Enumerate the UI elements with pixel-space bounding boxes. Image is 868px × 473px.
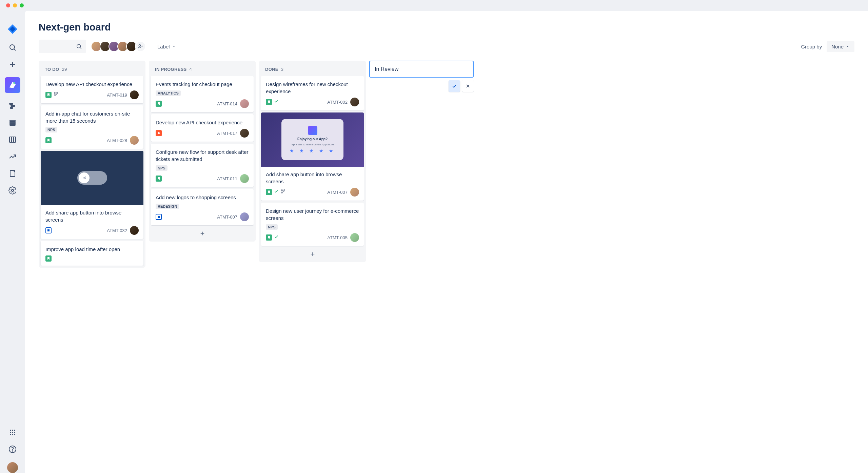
jira-logo-icon[interactable] xyxy=(7,24,18,35)
profile-avatar[interactable] xyxy=(7,462,18,473)
card-title: Add in-app chat for customers on-site mo… xyxy=(45,110,139,124)
create-icon[interactable] xyxy=(8,60,17,68)
column-count: 4 xyxy=(190,67,192,72)
label-dropdown-text: Label xyxy=(157,44,170,49)
story-issue-icon xyxy=(156,176,162,182)
board-column: IN PROGRESS4Events tracking for checkout… xyxy=(149,61,256,242)
svg-point-33 xyxy=(54,92,56,94)
assignee-avatar[interactable] xyxy=(240,99,249,108)
roadmap-icon[interactable] xyxy=(8,102,17,110)
card-title: Improve app load time after open xyxy=(45,246,139,253)
settings-icon[interactable] xyxy=(8,186,17,194)
plus-icon xyxy=(199,230,205,236)
issue-card[interactable]: Improve app load time after open xyxy=(41,241,143,266)
card-tag: REDESIGN xyxy=(156,204,179,209)
issue-card[interactable]: Develop new API checkout experienceATMT-… xyxy=(151,114,254,142)
assignee-avatar[interactable] xyxy=(240,212,249,221)
svg-line-29 xyxy=(80,47,81,49)
help-icon[interactable] xyxy=(8,445,17,453)
apps-icon[interactable] xyxy=(8,428,17,436)
card-tag: NPS xyxy=(266,224,278,230)
card-tag: ANALYTICS xyxy=(156,90,181,96)
card-tag: NPS xyxy=(156,165,167,171)
issue-key: ATMT-028 xyxy=(107,138,127,143)
assignee-avatar[interactable] xyxy=(350,233,359,242)
assignee-avatar[interactable] xyxy=(240,129,249,138)
confirm-button[interactable] xyxy=(449,80,460,92)
task-issue-icon xyxy=(156,214,162,220)
column-count: 29 xyxy=(62,67,67,72)
svg-rect-22 xyxy=(14,432,15,433)
board-column: DONE3Design wireframes for new checkout … xyxy=(259,61,366,262)
project-icon[interactable] xyxy=(5,77,20,93)
done-check-icon xyxy=(274,189,279,195)
groupby-dropdown[interactable]: None xyxy=(827,41,854,52)
done-check-icon xyxy=(274,99,279,105)
assignee-avatar[interactable] xyxy=(130,90,139,99)
issue-card[interactable]: Configure new flow for support desk afte… xyxy=(151,144,254,187)
reports-icon[interactable] xyxy=(8,152,17,161)
column-header[interactable]: DONE3 xyxy=(259,61,366,76)
issue-card[interactable]: Add share app button into browse screens… xyxy=(41,151,143,239)
issue-key: ATMT-007 xyxy=(327,190,348,195)
svg-rect-24 xyxy=(12,434,13,435)
svg-line-39 xyxy=(84,177,85,178)
kanban-board: TO DO29Develop new API checkout experien… xyxy=(39,61,854,462)
column-header[interactable]: TO DO29 xyxy=(39,61,145,76)
card-title: Design wireframes for new checkout exper… xyxy=(266,81,359,95)
issue-card[interactable]: Events tracking for checkout pageANALYTI… xyxy=(151,76,254,112)
new-column-form xyxy=(369,61,474,92)
add-card-button[interactable] xyxy=(261,248,364,260)
new-column-input[interactable] xyxy=(369,61,474,78)
window-maximize-button[interactable] xyxy=(20,3,24,7)
issue-card[interactable]: Design wireframes for new checkout exper… xyxy=(261,76,364,110)
svg-point-27 xyxy=(12,451,13,451)
cancel-button[interactable] xyxy=(462,80,474,92)
board-icon[interactable] xyxy=(8,136,17,144)
window-close-button[interactable] xyxy=(6,3,10,7)
issue-card[interactable]: Add new logos to shopping screensREDESIG… xyxy=(151,189,254,225)
column-header[interactable]: IN PROGRESS4 xyxy=(149,61,256,76)
svg-point-0 xyxy=(10,45,15,49)
pages-icon[interactable] xyxy=(8,169,17,178)
label-dropdown[interactable]: Label xyxy=(157,44,176,49)
chevron-down-icon xyxy=(172,44,176,48)
groupby-value: None xyxy=(831,44,844,49)
svg-rect-25 xyxy=(14,434,15,435)
search-icon[interactable] xyxy=(8,43,17,52)
search-input[interactable] xyxy=(39,40,86,53)
story-issue-icon xyxy=(156,101,162,107)
page-title: Next-gen board xyxy=(39,22,854,33)
assignee-avatar[interactable] xyxy=(130,136,139,145)
assignee-avatar[interactable] xyxy=(240,174,249,183)
assignee-avatar[interactable] xyxy=(130,226,139,235)
svg-rect-6 xyxy=(11,105,15,106)
card-title: Develop new API checkout experience xyxy=(156,119,249,126)
issue-key: ATMT-032 xyxy=(107,228,127,233)
done-check-icon xyxy=(274,234,279,241)
backlog-icon[interactable] xyxy=(8,119,17,127)
bug-issue-icon xyxy=(156,130,162,136)
story-issue-icon xyxy=(266,99,272,105)
issue-key: ATMT-014 xyxy=(217,101,237,106)
card-title: Add new logos to shopping screens xyxy=(156,194,249,201)
add-card-button[interactable] xyxy=(151,227,254,240)
svg-point-30 xyxy=(139,45,140,46)
svg-line-40 xyxy=(84,178,85,179)
svg-point-47 xyxy=(284,190,285,191)
assignee-avatar[interactable] xyxy=(350,188,359,197)
add-person-button[interactable] xyxy=(135,41,146,52)
check-icon xyxy=(452,83,457,89)
svg-rect-21 xyxy=(12,432,13,433)
svg-rect-17 xyxy=(10,430,11,431)
issue-card[interactable]: Enjoying our App?Tap a star to rate it o… xyxy=(261,112,364,201)
assignee-filter xyxy=(91,41,146,52)
svg-rect-9 xyxy=(10,122,15,124)
issue-card[interactable]: Add in-app chat for customers on-site mo… xyxy=(41,105,143,149)
issue-card[interactable]: Develop new API checkout experienceATMT-… xyxy=(41,76,143,103)
window-minimize-button[interactable] xyxy=(13,3,17,7)
issue-card[interactable]: Design new user journey for e-commerce s… xyxy=(261,203,364,246)
svg-rect-8 xyxy=(10,120,15,122)
column-name: TO DO xyxy=(45,67,59,72)
assignee-avatar[interactable] xyxy=(350,98,359,106)
